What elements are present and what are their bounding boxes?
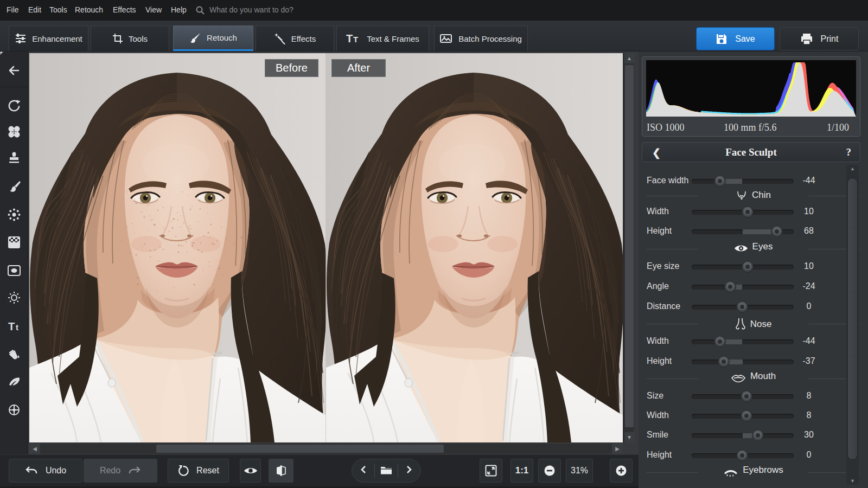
svg-text:T: T (8, 320, 15, 332)
svg-text:T: T (346, 33, 353, 44)
svg-text:t: t (16, 323, 18, 332)
svg-text:T: T (353, 35, 358, 44)
